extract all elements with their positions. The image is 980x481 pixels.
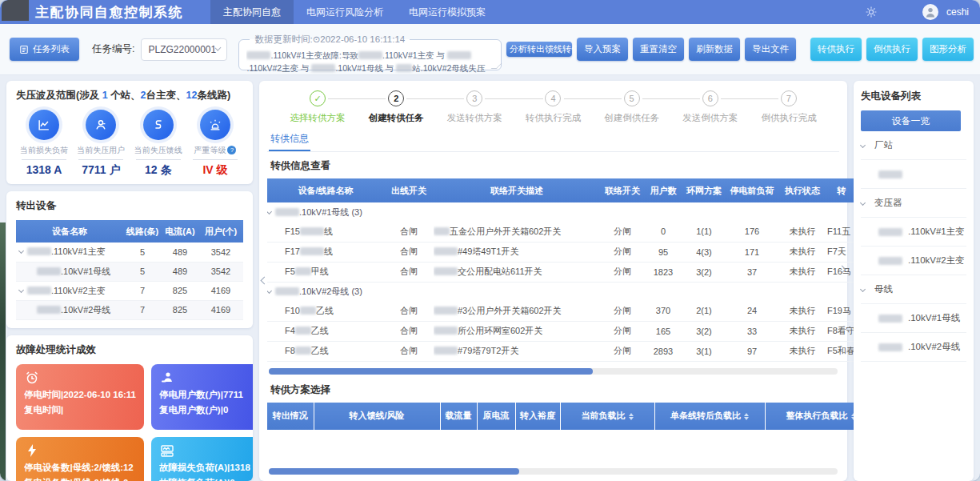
sort-icon[interactable] — [629, 413, 634, 420]
table-row[interactable]: .110kV#1主变54893542 — [16, 243, 243, 262]
column-header: 设备名称 — [16, 220, 123, 243]
step-2[interactable]: 2创建转供任务 — [357, 90, 435, 124]
scrollbar-thumb[interactable] — [269, 368, 593, 375]
sort-desc-icon — [744, 417, 749, 420]
toolbar-cyan-button-0[interactable]: 转供执行 — [810, 38, 862, 61]
redacted-text — [434, 247, 458, 255]
horizontal-scrollbar[interactable] — [269, 368, 838, 375]
chevron-down-icon[interactable] — [267, 208, 272, 214]
fault-description-box[interactable]: 数据更新时间:⊙2022-06-10 16:11:14 .110kV#1主变故障… — [238, 34, 502, 70]
task-no-select[interactable]: PLZG22000001 — [141, 38, 227, 61]
toolbar-cyan-button-2[interactable]: 图形分析 — [922, 38, 974, 61]
toolbar-button-2[interactable]: 重置清空 — [633, 38, 684, 61]
exec-status-cell: 未执行 — [778, 321, 827, 341]
app-title: 主配协同自愈控制系统 — [35, 3, 183, 22]
horizontal-scrollbar-bottom[interactable] — [269, 468, 838, 475]
step-3[interactable]: 3发送转供方案 — [435, 90, 514, 124]
tree-leaf-3[interactable]: .110kV#1主变 — [861, 218, 966, 247]
step-dot: 2 — [388, 90, 404, 106]
impact-stat-0: 当前损失负荷1318 A — [16, 110, 72, 178]
table-row[interactable]: F5甲线合闸交公用配电站611开关分闸18233(2)37未执行F16马 — [267, 262, 856, 282]
scrollbar-thumb[interactable] — [269, 468, 519, 475]
toolbar-button-0[interactable]: 分析转出馈线转供电方案 — [506, 42, 572, 57]
plan-select-title: 转供方案选择 — [270, 383, 839, 397]
tree-group-0[interactable]: 厂站 — [861, 131, 966, 160]
column-header[interactable]: 当前负载比 — [560, 403, 654, 430]
tree-leaf-7[interactable]: .10kV#2母线 — [861, 333, 966, 362]
table-row[interactable]: .110kV#2主变78254169 — [16, 281, 243, 300]
header-row: 设备名称线路(条)电流(A)用户(个) — [16, 220, 243, 243]
redacted-text — [37, 267, 61, 275]
redacted-text — [27, 287, 51, 295]
toolbar-button-1[interactable]: 导入预案 — [577, 38, 628, 61]
lines-cell: 7 — [123, 300, 162, 319]
chevron-down-icon[interactable] — [860, 200, 866, 206]
redacted-text — [300, 307, 316, 315]
table-row[interactable]: F15线合闸五金公用户外开关箱602开关分闸01(1)176未执行F11五 — [267, 222, 856, 242]
help-icon[interactable]: ? — [227, 146, 236, 154]
step-6[interactable]: 6发送倒供方案 — [671, 90, 750, 124]
column-header: 出线开关 — [384, 178, 434, 202]
impact-count: 12 — [186, 90, 198, 101]
tree-leaf-1[interactable] — [861, 160, 966, 189]
tie-switch-cell: 分闸 — [600, 321, 645, 341]
current-cell: 825 — [162, 281, 198, 300]
chevron-down-icon[interactable] — [860, 287, 866, 292]
redacted-text — [434, 307, 458, 315]
stat-card-line: 停电用户数(户)|7711 — [159, 389, 250, 401]
stat-card-line: 复电用户数(户)|0 — [159, 404, 250, 416]
table-row[interactable]: F10乙线合闸#3公用户外开关箱602开关分闸3702(1)24未执行F19马 — [267, 301, 856, 321]
column-header[interactable]: 单条线转后负载比 — [654, 403, 765, 430]
gear-icon[interactable] — [865, 6, 878, 18]
tie-switch-desc-cell: #3公用户外开关箱602开关 — [434, 301, 600, 321]
top-nav: 主配协同自愈电网运行风险分析电网运行模拟预案 — [210, 0, 498, 24]
group-row[interactable]: .10kV#1母线 (3) — [267, 202, 856, 222]
tree-leaf-6[interactable]: .10kV#1母线 — [861, 304, 966, 333]
toolbar-button-3[interactable]: 刷新数据 — [689, 38, 740, 61]
step-dot: 5 — [624, 90, 640, 106]
transfer-line-cell: F5和春 — [827, 341, 856, 361]
step-1[interactable]: ✓选择转供方案 — [278, 90, 357, 124]
nav-item-1[interactable]: 电网运行风险分析 — [294, 0, 396, 24]
table-row[interactable]: F17线合闸#49塔49T1开关分闸954(3)171未执行F7天 — [267, 242, 856, 262]
data-update-time: 数据更新时间:⊙2022-06-10 16:11:14 — [250, 34, 410, 46]
tree-group-2[interactable]: 变压器 — [861, 189, 966, 218]
chevron-down-icon[interactable] — [18, 287, 24, 292]
table-row[interactable]: .10kV#2母线78254169 — [16, 300, 243, 319]
group-row[interactable]: .10kV#2母线 (3) — [267, 282, 856, 301]
step-5[interactable]: 5创建倒供任务 — [593, 90, 671, 124]
step-label: 选择转供方案 — [278, 112, 357, 124]
tie-switch-desc-cell: 所公用环网室602开关 — [434, 321, 600, 341]
chevron-down-icon[interactable] — [860, 142, 866, 148]
redacted-text — [396, 64, 412, 72]
impact-stat-value: IV 级 — [193, 159, 238, 178]
toolbar-cyan-button-1[interactable]: 倒供执行 — [866, 38, 918, 61]
tab-transfer-info[interactable]: 转供信息 — [269, 129, 310, 151]
out-switch-cell: 合闸 — [384, 321, 434, 341]
task-list-button[interactable]: 任务列表 — [10, 38, 79, 61]
tree-leaf-4[interactable]: .110kV#2主变 — [861, 247, 966, 275]
current-cell: 489 — [162, 243, 198, 262]
table-row[interactable]: .10kV#1母线54893542 — [16, 262, 243, 281]
chevron-down-icon[interactable] — [267, 288, 272, 294]
step-7[interactable]: 7倒供执行完成 — [750, 90, 828, 124]
table-row[interactable]: F8乙线合闸#79塔79T2开关分闸28933(1)97未执行F5和春 — [267, 341, 856, 361]
device-name-cell: .110kV#1主变 — [16, 243, 123, 262]
nav-item-2[interactable]: 电网运行模拟预案 — [396, 0, 498, 24]
redacted-text — [37, 306, 61, 314]
alarm-clock-icon — [24, 370, 136, 386]
nav-item-0[interactable]: 主配协同自愈 — [210, 0, 294, 24]
sort-icon[interactable] — [744, 413, 749, 420]
avatar[interactable] — [922, 4, 938, 20]
lines-cell: 5 — [123, 243, 162, 262]
device-list-title: 失电设备列表 — [861, 90, 966, 103]
chevron-down-icon[interactable] — [18, 248, 24, 254]
group-label: .10kV#2母线 (3) — [267, 282, 856, 301]
tree-group-5[interactable]: 母线 — [861, 275, 966, 304]
tie-switch-cell: 分闸 — [600, 301, 645, 321]
impact-stat-value: 7711 户 — [78, 159, 123, 178]
step-4[interactable]: 4转供执行完成 — [514, 90, 592, 124]
pre-outage-load-cell: 176 — [726, 222, 778, 242]
toolbar-button-4[interactable]: 导出文件 — [745, 38, 796, 61]
table-row[interactable]: F4乙线合闸所公用环网室602开关分闸1653(2)33未执行F8看守 — [267, 321, 856, 341]
